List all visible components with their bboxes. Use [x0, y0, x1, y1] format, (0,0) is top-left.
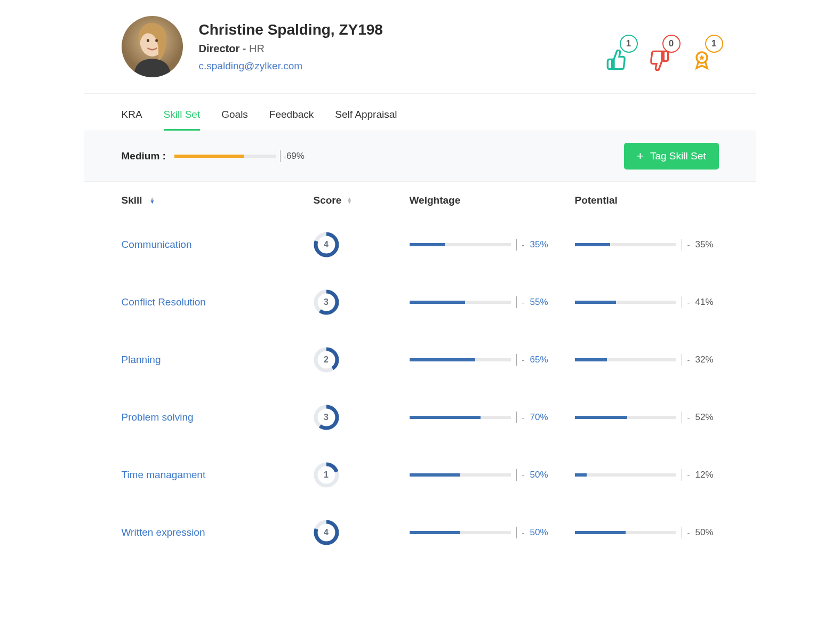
- weightage-value: 50%: [530, 527, 548, 538]
- svg-point-3: [155, 39, 158, 42]
- award-count: 1: [705, 35, 723, 53]
- profile-name: Christine Spalding, ZY198: [199, 21, 719, 38]
- thumbs-up-button[interactable]: 1: [605, 49, 628, 72]
- potential-bar: -12%: [575, 469, 719, 481]
- medium-tick: [280, 150, 281, 162]
- skill-link[interactable]: Communication: [122, 239, 192, 251]
- skill-link[interactable]: Written expression: [122, 527, 205, 538]
- score-donut: 4: [314, 520, 339, 545]
- col-potential: Potential: [575, 195, 719, 206]
- table-row: Communication4-35%-35%: [122, 216, 719, 273]
- tag-skill-set-button[interactable]: + Tag Skill Set: [624, 143, 718, 170]
- potential-bar: -35%: [575, 239, 719, 251]
- svg-point-2: [147, 39, 149, 42]
- col-score[interactable]: Score ▲▼: [314, 195, 410, 206]
- plus-icon: +: [637, 149, 644, 163]
- score-donut: 4: [314, 232, 339, 257]
- weightage-bar: -70%: [410, 412, 575, 423]
- profile-role: Director: [199, 43, 240, 54]
- potential-value: 50%: [695, 527, 714, 538]
- score-value: 1: [314, 462, 339, 488]
- profile-dept: HR: [249, 43, 265, 54]
- potential-value: 41%: [695, 297, 714, 308]
- tab-feedback[interactable]: Feedback: [269, 109, 314, 131]
- score-donut: 2: [314, 347, 339, 373]
- score-donut: 1: [314, 462, 339, 488]
- reactions: 1 0 1: [605, 49, 714, 72]
- weightage-value: 55%: [530, 297, 548, 308]
- sort-icon: ▲▼: [150, 197, 155, 204]
- weightage-value: 50%: [530, 470, 548, 480]
- thumbs-down-count: 0: [662, 35, 681, 53]
- table-header: Skill ▲▼ Score ▲▼ Weightage Potential: [122, 182, 719, 216]
- score-value: 2: [314, 347, 339, 373]
- medium-percent: 69%: [286, 151, 305, 162]
- avatar-image: [122, 16, 183, 77]
- skill-link[interactable]: Planning: [122, 354, 161, 366]
- col-weightage: Weightage: [410, 195, 575, 206]
- tab-goals[interactable]: Goals: [221, 109, 248, 131]
- tab-self-appraisal[interactable]: Self Appraisal: [335, 109, 397, 131]
- score-value: 3: [314, 405, 339, 430]
- tab-skill-set[interactable]: Skill Set: [164, 109, 201, 131]
- score-value: 4: [314, 232, 339, 257]
- profile-header: Christine Spalding, ZY198 Director - HR …: [84, 16, 756, 94]
- weightage-bar: -50%: [410, 527, 575, 538]
- potential-bar: -50%: [575, 527, 719, 538]
- score-value: 4: [314, 520, 339, 545]
- potential-bar: -41%: [575, 296, 719, 308]
- weightage-bar: -65%: [410, 354, 575, 366]
- controls-bar: Medium : - 69% + Tag Skill Set: [84, 131, 756, 182]
- medium-progress: [174, 155, 276, 158]
- skills-table: Skill ▲▼ Score ▲▼ Weightage Potential Co…: [84, 182, 756, 561]
- medium-label: Medium :: [122, 150, 166, 162]
- potential-value: 32%: [695, 354, 714, 365]
- potential-value: 52%: [695, 412, 714, 423]
- weightage-value: 65%: [530, 354, 548, 365]
- thumbs-up-icon: [605, 49, 628, 72]
- skill-link[interactable]: Problem solving: [122, 412, 194, 423]
- thumbs-up-count: 1: [620, 35, 638, 53]
- potential-value: 35%: [695, 239, 714, 250]
- award-button[interactable]: 1: [690, 49, 714, 72]
- tab-kra[interactable]: KRA: [122, 109, 142, 131]
- weightage-bar: -35%: [410, 239, 575, 251]
- thumbs-down-button[interactable]: 0: [647, 49, 671, 72]
- potential-bar: -32%: [575, 354, 719, 366]
- avatar[interactable]: [122, 16, 183, 77]
- weightage-value: 70%: [530, 412, 548, 423]
- table-row: Problem solving3-70%-52%: [122, 389, 719, 446]
- score-value: 3: [314, 289, 339, 315]
- table-row: Conflict Resolution3-55%-41%: [122, 273, 719, 331]
- weightage-bar: -50%: [410, 469, 575, 481]
- potential-bar: -52%: [575, 412, 719, 423]
- tabs: KRA Skill Set Goals Feedback Self Apprai…: [84, 94, 756, 131]
- tag-btn-label: Tag Skill Set: [650, 150, 706, 162]
- award-icon: [690, 49, 714, 72]
- thumbs-down-icon: [647, 49, 671, 72]
- score-donut: 3: [314, 289, 339, 315]
- table-row: Planning2-65%-32%: [122, 331, 719, 389]
- weightage-value: 35%: [530, 239, 548, 250]
- skill-link[interactable]: Time managament: [122, 469, 206, 481]
- score-donut: 3: [314, 405, 339, 430]
- table-row: Written expression4-50%-50%: [122, 504, 719, 561]
- weightage-bar: -55%: [410, 296, 575, 308]
- potential-value: 12%: [695, 470, 714, 480]
- skill-link[interactable]: Conflict Resolution: [122, 296, 206, 308]
- col-skill[interactable]: Skill ▲▼: [122, 195, 314, 206]
- table-row: Time managament1-50%-12%: [122, 446, 719, 504]
- sort-icon: ▲▼: [347, 197, 352, 204]
